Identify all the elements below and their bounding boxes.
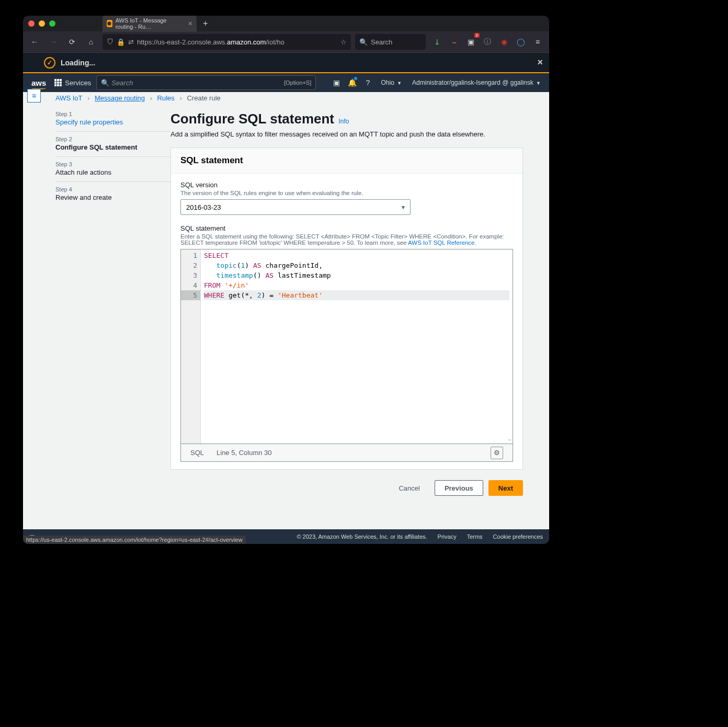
shield-icon: ⛉: [107, 38, 113, 46]
aws-search-input[interactable]: 🔍 Search [Option+S]: [96, 75, 316, 90]
downloads-icon[interactable]: ⤓: [430, 35, 445, 49]
notifications-icon[interactable]: 🔔: [344, 75, 360, 90]
amazon-ext-icon[interactable]: ⌣: [447, 35, 461, 49]
next-button[interactable]: Next: [488, 480, 523, 496]
loading-banner: ✓ Loading... ×: [23, 52, 549, 72]
info-link[interactable]: Info: [338, 118, 349, 125]
aws-global-nav: aws Services 🔍 Search [Option+S] ▣ 🔔 ? O…: [23, 72, 549, 92]
breadcrumb-aws-iot[interactable]: AWS IoT: [55, 94, 82, 102]
cloudshell-icon[interactable]: ▣: [328, 75, 344, 90]
breadcrumb: AWS IoT › Message routing › Rules › Crea…: [55, 94, 221, 102]
step-1[interactable]: Step 1 Specify rule properties: [55, 111, 170, 131]
help-icon[interactable]: ?: [360, 75, 376, 90]
close-window-button[interactable]: [28, 20, 35, 27]
breadcrumb-rules[interactable]: Rules: [157, 94, 175, 102]
side-nav-toggle[interactable]: ≡: [27, 89, 41, 103]
editor-language: SQL: [190, 449, 204, 457]
container-ext-icon[interactable]: ▣: [463, 35, 478, 49]
search-shortcut-hint: [Option+S]: [284, 79, 311, 86]
wizard-steps: Step 1 Specify rule properties Step 2 Co…: [55, 111, 170, 207]
browser-tab[interactable]: ⬢ AWS IoT - Message routing - Ru… ×: [103, 16, 197, 32]
step-2: Step 2 Configure SQL statement: [55, 131, 170, 156]
copyright: © 2023, Amazon Web Services, Inc. or its…: [297, 533, 427, 540]
privacy-link[interactable]: Privacy: [438, 533, 457, 540]
maximize-window-button[interactable]: [49, 20, 55, 27]
lock-icon: 🔒: [117, 38, 125, 46]
aws-logo[interactable]: aws: [31, 78, 46, 87]
search-icon: 🔍: [101, 79, 109, 87]
forward-button: →: [46, 35, 61, 49]
terms-link[interactable]: Terms: [467, 533, 483, 540]
step-3: Step 3 Attach rule actions: [55, 156, 170, 181]
editor-gutter: 12345: [181, 249, 201, 444]
minimize-window-button[interactable]: [39, 20, 45, 27]
page-content: ≡ AWS IoT › Message routing › Rules › Cr…: [23, 92, 549, 529]
permissions-icon: ⇄: [128, 38, 134, 46]
bookmark-star-icon[interactable]: ☆: [340, 38, 347, 46]
spinner-icon: ✓: [44, 57, 55, 69]
home-button[interactable]: ⌂: [84, 35, 98, 49]
sql-panel: SQL statement SQL version The version of…: [170, 147, 523, 470]
url-toolbar: ← → ⟳ ⌂ ⛉ 🔒 ⇄ https://us-east-2.console.…: [23, 31, 549, 52]
sql-version-select[interactable]: 2016-03-23 ▼: [180, 199, 411, 215]
account-menu[interactable]: Administrator/ggalinsk-Isengard @ ggalin…: [407, 79, 546, 86]
cookie-link[interactable]: Cookie preferences: [493, 533, 543, 540]
services-grid-icon[interactable]: [54, 79, 62, 86]
sql-panel-title: SQL statement: [171, 148, 522, 174]
chevron-down-icon: ▼: [401, 205, 406, 210]
sql-code-editor[interactable]: 12345 SELECT topic(1) AS chargePointId, …: [180, 249, 513, 444]
window-titlebar: ⬢ AWS IoT - Message routing - Ru… × +: [23, 16, 549, 31]
browser-search-input[interactable]: 🔍 Search: [355, 34, 426, 50]
resize-handle-icon[interactable]: ⣀: [508, 433, 511, 442]
traffic-lights: [28, 20, 55, 27]
gear-icon: ⚙: [494, 449, 500, 457]
region-selector[interactable]: Ohio ▼: [376, 79, 407, 86]
breadcrumb-create-rule: Create rule: [187, 94, 220, 102]
sql-version-label: SQL version: [180, 181, 513, 189]
search-placeholder: Search: [371, 38, 392, 46]
menu-icon[interactable]: ≡: [530, 35, 545, 49]
page-title: Configure SQL statement: [170, 111, 334, 127]
cancel-button[interactable]: Cancel: [389, 480, 429, 496]
breadcrumb-message-routing[interactable]: Message routing: [95, 94, 145, 102]
sql-reference-link[interactable]: AWS IoT SQL Reference: [408, 240, 474, 246]
close-tab-icon[interactable]: ×: [188, 20, 192, 27]
aws-search-placeholder: Search: [111, 79, 133, 87]
close-banner-icon[interactable]: ×: [537, 57, 543, 68]
services-link[interactable]: Services: [65, 79, 91, 87]
sql-statement-label: SQL statement: [180, 224, 513, 232]
url-input[interactable]: ⛉ 🔒 ⇄ https://us-east-2.console.aws.amaz…: [103, 34, 351, 50]
loading-text: Loading...: [61, 59, 95, 67]
back-button[interactable]: ←: [27, 35, 42, 49]
editor-code[interactable]: SELECT topic(1) AS chargePointId, timest…: [201, 249, 513, 444]
wizard-buttons: Cancel Previous Next: [170, 480, 523, 496]
page-subtitle: Add a simplified SQL syntax to filter me…: [170, 130, 523, 138]
main-panel: Configure SQL statement Info Add a simpl…: [170, 111, 523, 496]
editor-cursor-position: Line 5, Column 30: [217, 449, 272, 457]
tab-title: AWS IoT - Message routing - Ru…: [116, 17, 183, 30]
search-icon: 🔍: [359, 38, 368, 46]
sql-version-value: 2016-03-23: [186, 203, 221, 211]
new-tab-button[interactable]: +: [203, 19, 208, 28]
info-ext-icon[interactable]: ⓘ: [480, 35, 495, 49]
editor-status-bar: SQL Line 5, Column 30 ⚙: [180, 444, 513, 462]
previous-button[interactable]: Previous: [435, 480, 483, 496]
ublock-ext-icon[interactable]: ◉: [497, 35, 511, 49]
url-text: https://us-east-2.console.aws.amazon.com…: [137, 38, 285, 46]
aws-favicon: ⬢: [107, 20, 112, 27]
step-4: Step 4 Review and create: [55, 181, 170, 207]
profile-icon[interactable]: ◯: [514, 35, 528, 49]
reload-button[interactable]: ⟳: [65, 35, 79, 49]
editor-settings-button[interactable]: ⚙: [491, 447, 503, 459]
sql-statement-desc: Enter a SQL statement using the followin…: [180, 233, 513, 246]
status-bar-url: https://us-east-2.console.aws.amazon.com…: [23, 536, 246, 544]
sql-version-desc: The version of the SQL rules engine to u…: [180, 190, 513, 196]
